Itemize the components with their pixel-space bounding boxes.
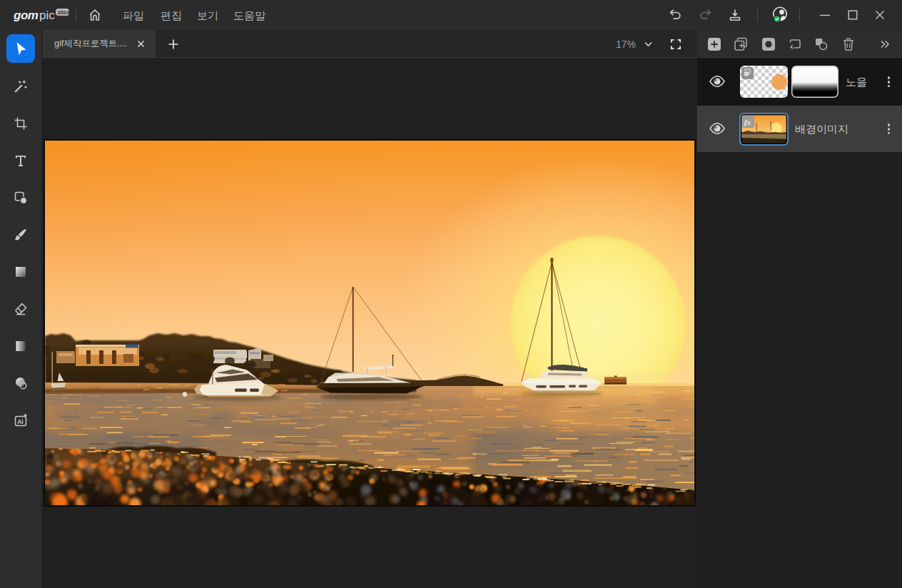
svg-text:Ai: Ai: [17, 418, 24, 425]
svg-text:fx: fx: [744, 118, 751, 126]
svg-text:pic: pic: [39, 9, 55, 22]
svg-text:2024: 2024: [58, 9, 70, 16]
svg-text:gom: gom: [14, 9, 39, 22]
